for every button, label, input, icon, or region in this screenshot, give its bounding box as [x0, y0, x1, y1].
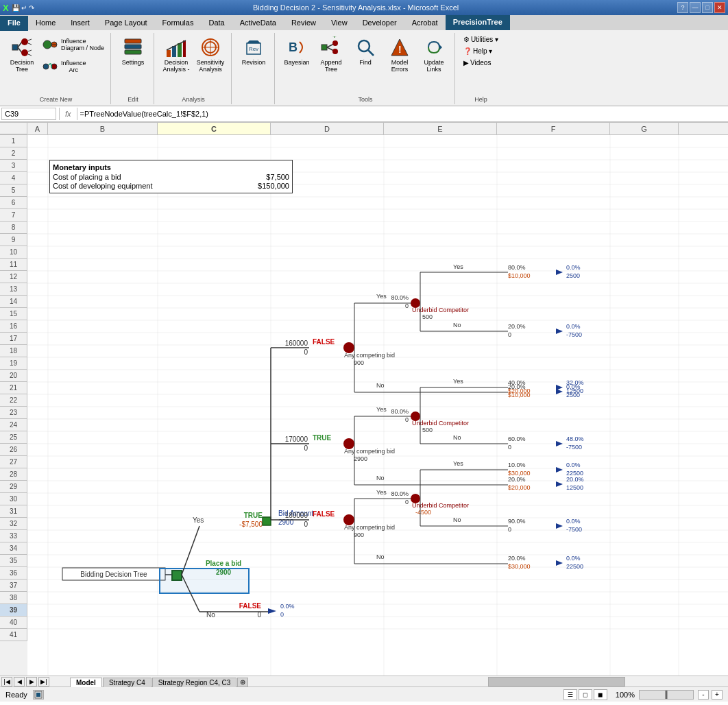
help-btn-ribbon[interactable]: ❓ Help ▾ — [461, 46, 495, 56]
svg-marker-38 — [439, 45, 442, 50]
zoom-out-btn[interactable]: - — [698, 690, 709, 700]
svg-point-34 — [359, 40, 369, 51]
ub-170-yes-val: $20,000 — [508, 387, 531, 394]
update-links-button[interactable]: UpdateLinks — [417, 34, 450, 75]
bayesian-button[interactable]: B Bayesian — [280, 34, 313, 69]
tab-active-data[interactable]: ActiveData — [232, 16, 284, 31]
end-triangle-160-yy — [556, 270, 563, 275]
page-layout-btn[interactable]: ◻ — [579, 689, 592, 700]
row-28: 28 — [0, 468, 27, 481]
row-5: 5 — [0, 184, 27, 197]
zoom-in-btn[interactable]: + — [712, 690, 723, 700]
170-yes-prob: 80.0% — [391, 408, 409, 415]
settings-button[interactable]: Settings — [117, 34, 149, 69]
row-6: 6 — [0, 197, 27, 209]
append-tree-button[interactable]: + AppendTree — [315, 34, 348, 75]
ub-160-yes-prob: 80.0% — [508, 264, 526, 271]
new-sheet-btn[interactable]: ⊕ — [237, 678, 248, 687]
create-new-group-label: Create New — [40, 95, 73, 103]
row-29: 29 — [0, 481, 27, 493]
yes-branch-node — [263, 517, 271, 525]
col-header-d: D — [271, 123, 384, 134]
influence-diagram-button[interactable]: InfluenceDiagram / Node — [40, 34, 106, 55]
decision-analysis-button[interactable]: DecisionAnalysis - — [160, 34, 193, 75]
tab-data[interactable]: Data — [201, 16, 232, 31]
end-pct-180-n: 0.0% — [566, 555, 581, 562]
normal-view-btn[interactable]: ☰ — [563, 689, 577, 700]
svg-rect-19 — [178, 43, 182, 57]
ribbon: File Home Insert Page Layout Formulas Da… — [0, 15, 728, 106]
row-22: 22 — [0, 394, 27, 407]
ub-180-yes-prob: 10.0% — [508, 462, 526, 468]
bayesian-icon: B — [286, 36, 308, 58]
row-30: 30 — [0, 493, 27, 505]
false-val-no: 0 — [257, 611, 261, 619]
row-32: 32 — [0, 518, 27, 530]
tools-items: B Bayesian + — [280, 34, 450, 75]
tab-strategy-region[interactable]: Strategy Region C4, C3 — [152, 678, 237, 687]
utilities-label: Utilities ▾ — [471, 36, 498, 43]
tab-model[interactable]: Model — [70, 678, 102, 687]
row-27: 27 — [0, 456, 27, 468]
scroll-first-btn[interactable]: |◀ — [1, 677, 12, 686]
minimize-btn[interactable]: — — [690, 2, 701, 13]
tab-home[interactable]: Home — [28, 16, 63, 31]
page-break-btn[interactable]: ◼ — [594, 689, 607, 700]
h-scrollbar[interactable]: |◀ ◀ ▶ ▶| Model Strategy C4 Strategy Reg… — [0, 676, 728, 686]
row-7: 7 — [0, 209, 27, 222]
tab-formulas[interactable]: Formulas — [155, 16, 202, 31]
svg-line-2 — [18, 47, 22, 53]
close-btn[interactable]: ✕ — [714, 2, 725, 13]
influence-arc-button[interactable]: InfluenceArc — [40, 56, 106, 77]
formula-input[interactable] — [80, 110, 727, 118]
help-btn[interactable]: ? — [677, 2, 688, 13]
row-34: 34 — [0, 542, 27, 555]
h-scroll-thumb[interactable] — [488, 677, 625, 686]
zoom-slider[interactable] — [639, 690, 694, 700]
sheet-tabs: Model Strategy C4 Strategy Region C4, C3… — [70, 676, 248, 687]
svg-rect-17 — [167, 50, 171, 57]
utilities-button[interactable]: ⚙ Utilities ▾ — [461, 34, 501, 45]
tab-file[interactable]: File — [0, 16, 28, 31]
sheet-nav-btns[interactable]: |◀ ◀ ▶ ▶| — [0, 677, 69, 686]
find-button[interactable]: Find — [349, 34, 382, 69]
window-controls[interactable]: ? — □ ✕ — [677, 2, 725, 13]
ub-180-no-prob: 90.0% — [508, 518, 526, 525]
any-comp-bid-180-val: 900 — [354, 531, 364, 538]
tab-view[interactable]: View — [324, 16, 355, 31]
influence-diagram-label: InfluenceDiagram / Node — [61, 38, 104, 52]
tab-review[interactable]: Review — [284, 16, 324, 31]
tab-acrobat[interactable]: Acrobat — [404, 16, 446, 31]
tools-group-label: Tools — [359, 95, 373, 103]
tab-developer[interactable]: Developer — [355, 16, 404, 31]
formula-divider — [59, 108, 60, 120]
tab-strategy-c4[interactable]: Strategy C4 — [103, 678, 151, 687]
status-right: ☰ ◻ ◼ 100% - + — [563, 689, 723, 700]
videos-button[interactable]: ▶ Videos — [461, 58, 494, 68]
tab-page-layout[interactable]: Page Layout — [97, 16, 155, 31]
scroll-last-btn[interactable]: ▶| — [38, 677, 49, 686]
end-pct-170-n: 20.0% — [566, 476, 584, 483]
edit-group-label: Edit — [128, 95, 138, 103]
decision-tree-button[interactable]: DecisionTree — [5, 34, 38, 75]
cell-reference-input[interactable] — [1, 108, 56, 120]
row-14: 14 — [0, 296, 27, 308]
ub-160-no-label: No — [453, 322, 461, 328]
row-11: 11 — [0, 259, 27, 271]
sensitivity-analysis-button[interactable]: SensitivityAnalysis — [194, 34, 227, 75]
revision-button[interactable]: Rev Revision — [237, 34, 270, 69]
scroll-prev-btn[interactable]: ◀ — [14, 677, 25, 686]
update-links-label: UpdateLinks — [424, 60, 444, 73]
tab-insert[interactable]: Insert — [63, 16, 97, 31]
row-40: 40 — [0, 617, 27, 629]
tab-precision-tree[interactable]: PrecisionTree — [446, 15, 510, 30]
170-no-prob: 20.0% — [508, 476, 526, 483]
scroll-next-btn[interactable]: ▶ — [26, 677, 37, 686]
cost-bid-value: $7,500 — [266, 173, 289, 181]
model-errors-button[interactable]: ! ModelErrors — [383, 34, 416, 75]
row-13: 13 — [0, 283, 27, 296]
zoom-thumb — [666, 691, 668, 699]
row-19: 19 — [0, 357, 27, 370]
column-headers: A B C D E F G — [0, 123, 728, 135]
restore-btn[interactable]: □ — [702, 2, 713, 13]
